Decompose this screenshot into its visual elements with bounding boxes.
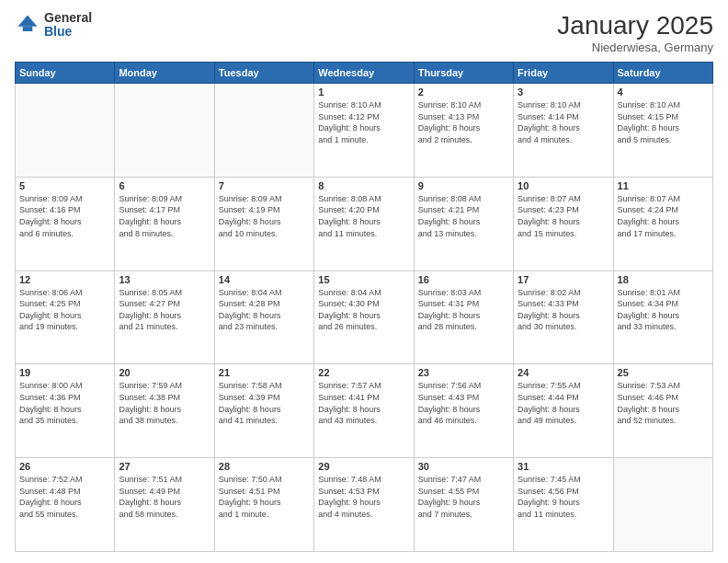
calendar-cell: 17Sunrise: 8:02 AM Sunset: 4:33 PM Dayli… <box>514 270 613 364</box>
day-number: 30 <box>418 461 509 472</box>
calendar-cell: 28Sunrise: 7:50 AM Sunset: 4:51 PM Dayli… <box>214 458 313 552</box>
day-info: Sunrise: 7:51 AM Sunset: 4:49 PM Dayligh… <box>119 474 210 520</box>
calendar-cell: 23Sunrise: 7:56 AM Sunset: 4:43 PM Dayli… <box>414 364 513 458</box>
logo-text: General Blue <box>44 11 92 40</box>
day-info: Sunrise: 7:55 AM Sunset: 4:44 PM Dayligh… <box>518 380 609 426</box>
calendar-cell: 11Sunrise: 8:07 AM Sunset: 4:24 PM Dayli… <box>613 177 712 270</box>
calendar-cell: 27Sunrise: 7:51 AM Sunset: 4:49 PM Dayli… <box>115 458 214 552</box>
day-info: Sunrise: 8:00 AM Sunset: 4:36 PM Dayligh… <box>19 380 110 426</box>
calendar: SundayMondayTuesdayWednesdayThursdayFrid… <box>15 62 713 552</box>
calendar-cell: 5Sunrise: 8:09 AM Sunset: 4:16 PM Daylig… <box>16 177 115 270</box>
day-info: Sunrise: 7:58 AM Sunset: 4:39 PM Dayligh… <box>219 380 310 426</box>
day-info: Sunrise: 8:08 AM Sunset: 4:20 PM Dayligh… <box>318 193 409 239</box>
day-number: 2 <box>418 86 509 98</box>
calendar-cell: 18Sunrise: 8:01 AM Sunset: 4:34 PM Dayli… <box>613 270 712 364</box>
week-row-2: 12Sunrise: 8:06 AM Sunset: 4:25 PM Dayli… <box>16 270 713 364</box>
day-number: 15 <box>318 274 409 285</box>
day-number: 5 <box>19 180 110 191</box>
day-number: 31 <box>518 461 609 472</box>
day-info: Sunrise: 7:50 AM Sunset: 4:51 PM Dayligh… <box>219 474 310 520</box>
calendar-cell: 1Sunrise: 8:10 AM Sunset: 4:12 PM Daylig… <box>314 84 414 178</box>
logo-general-text: General <box>44 11 92 25</box>
day-number: 1 <box>318 86 409 98</box>
day-info: Sunrise: 7:53 AM Sunset: 4:46 PM Dayligh… <box>618 380 709 426</box>
day-number: 10 <box>518 180 609 191</box>
day-number: 7 <box>219 180 310 191</box>
day-number: 6 <box>119 180 210 191</box>
calendar-cell <box>214 84 313 178</box>
day-number: 28 <box>219 461 310 472</box>
day-number: 3 <box>518 86 609 98</box>
day-number: 19 <box>19 367 110 378</box>
calendar-cell: 19Sunrise: 8:00 AM Sunset: 4:36 PM Dayli… <box>16 364 115 458</box>
weekday-header-saturday: Saturday <box>613 63 712 84</box>
calendar-cell: 31Sunrise: 7:45 AM Sunset: 4:56 PM Dayli… <box>514 458 613 552</box>
day-info: Sunrise: 8:01 AM Sunset: 4:34 PM Dayligh… <box>618 287 709 333</box>
location: Niederwiesa, Germany <box>557 40 713 54</box>
day-info: Sunrise: 8:10 AM Sunset: 4:12 PM Dayligh… <box>318 99 409 145</box>
weekday-header-tuesday: Tuesday <box>214 63 313 84</box>
calendar-cell <box>613 458 712 552</box>
day-info: Sunrise: 8:09 AM Sunset: 4:16 PM Dayligh… <box>19 193 110 239</box>
day-info: Sunrise: 7:47 AM Sunset: 4:55 PM Dayligh… <box>418 474 509 520</box>
calendar-cell: 13Sunrise: 8:05 AM Sunset: 4:27 PM Dayli… <box>115 270 214 364</box>
logo-icon <box>15 12 40 38</box>
page: General Blue January 2025 Niederwiesa, G… <box>0 0 728 563</box>
calendar-cell: 10Sunrise: 8:07 AM Sunset: 4:23 PM Dayli… <box>514 177 613 270</box>
weekday-header-sunday: Sunday <box>16 63 115 84</box>
calendar-cell: 6Sunrise: 8:09 AM Sunset: 4:17 PM Daylig… <box>115 177 214 270</box>
calendar-cell: 7Sunrise: 8:09 AM Sunset: 4:19 PM Daylig… <box>214 177 313 270</box>
weekday-header-monday: Monday <box>115 63 214 84</box>
calendar-cell: 25Sunrise: 7:53 AM Sunset: 4:46 PM Dayli… <box>613 364 712 458</box>
day-number: 24 <box>518 367 609 378</box>
day-number: 27 <box>119 461 210 472</box>
day-info: Sunrise: 8:03 AM Sunset: 4:31 PM Dayligh… <box>418 287 509 333</box>
calendar-cell: 3Sunrise: 8:10 AM Sunset: 4:14 PM Daylig… <box>514 84 613 178</box>
calendar-cell: 21Sunrise: 7:58 AM Sunset: 4:39 PM Dayli… <box>214 364 313 458</box>
day-number: 17 <box>518 274 609 285</box>
logo: General Blue <box>15 11 92 40</box>
day-info: Sunrise: 7:59 AM Sunset: 4:38 PM Dayligh… <box>119 380 210 426</box>
day-info: Sunrise: 8:07 AM Sunset: 4:24 PM Dayligh… <box>618 193 709 239</box>
calendar-cell: 8Sunrise: 8:08 AM Sunset: 4:20 PM Daylig… <box>314 177 414 270</box>
svg-rect-1 <box>23 27 33 31</box>
week-row-3: 19Sunrise: 8:00 AM Sunset: 4:36 PM Dayli… <box>16 364 713 458</box>
day-info: Sunrise: 7:57 AM Sunset: 4:41 PM Dayligh… <box>318 380 409 426</box>
day-info: Sunrise: 8:10 AM Sunset: 4:14 PM Dayligh… <box>518 99 609 145</box>
calendar-cell: 20Sunrise: 7:59 AM Sunset: 4:38 PM Dayli… <box>115 364 214 458</box>
day-number: 25 <box>618 367 709 378</box>
day-info: Sunrise: 8:02 AM Sunset: 4:33 PM Dayligh… <box>518 287 609 333</box>
day-number: 21 <box>219 367 310 378</box>
weekday-header-thursday: Thursday <box>414 63 513 84</box>
day-info: Sunrise: 8:10 AM Sunset: 4:13 PM Dayligh… <box>418 99 509 145</box>
day-info: Sunrise: 8:08 AM Sunset: 4:21 PM Dayligh… <box>418 193 509 239</box>
day-info: Sunrise: 8:09 AM Sunset: 4:19 PM Dayligh… <box>219 193 310 239</box>
calendar-cell: 14Sunrise: 8:04 AM Sunset: 4:28 PM Dayli… <box>214 270 313 364</box>
calendar-cell: 2Sunrise: 8:10 AM Sunset: 4:13 PM Daylig… <box>414 84 513 178</box>
day-number: 29 <box>318 461 409 472</box>
calendar-cell <box>115 84 214 178</box>
day-number: 12 <box>19 274 110 285</box>
weekday-header-row: SundayMondayTuesdayWednesdayThursdayFrid… <box>16 63 713 84</box>
day-info: Sunrise: 8:07 AM Sunset: 4:23 PM Dayligh… <box>518 193 609 239</box>
calendar-cell: 15Sunrise: 8:04 AM Sunset: 4:30 PM Dayli… <box>314 270 414 364</box>
day-info: Sunrise: 8:04 AM Sunset: 4:28 PM Dayligh… <box>219 287 310 333</box>
day-number: 20 <box>119 367 210 378</box>
day-info: Sunrise: 8:09 AM Sunset: 4:17 PM Dayligh… <box>119 193 210 239</box>
calendar-cell <box>16 84 115 178</box>
calendar-cell: 16Sunrise: 8:03 AM Sunset: 4:31 PM Dayli… <box>414 270 513 364</box>
weekday-header-wednesday: Wednesday <box>314 63 414 84</box>
day-info: Sunrise: 8:10 AM Sunset: 4:15 PM Dayligh… <box>618 99 709 145</box>
day-info: Sunrise: 7:45 AM Sunset: 4:56 PM Dayligh… <box>518 474 609 520</box>
day-info: Sunrise: 8:05 AM Sunset: 4:27 PM Dayligh… <box>119 287 210 333</box>
week-row-1: 5Sunrise: 8:09 AM Sunset: 4:16 PM Daylig… <box>16 177 713 270</box>
day-number: 13 <box>119 274 210 285</box>
calendar-cell: 26Sunrise: 7:52 AM Sunset: 4:48 PM Dayli… <box>16 458 115 552</box>
calendar-cell: 30Sunrise: 7:47 AM Sunset: 4:55 PM Dayli… <box>414 458 513 552</box>
day-info: Sunrise: 7:56 AM Sunset: 4:43 PM Dayligh… <box>418 380 509 426</box>
day-info: Sunrise: 8:04 AM Sunset: 4:30 PM Dayligh… <box>318 287 409 333</box>
day-number: 9 <box>418 180 509 191</box>
week-row-0: 1Sunrise: 8:10 AM Sunset: 4:12 PM Daylig… <box>16 84 713 178</box>
calendar-cell: 12Sunrise: 8:06 AM Sunset: 4:25 PM Dayli… <box>16 270 115 364</box>
day-info: Sunrise: 7:52 AM Sunset: 4:48 PM Dayligh… <box>19 474 110 520</box>
